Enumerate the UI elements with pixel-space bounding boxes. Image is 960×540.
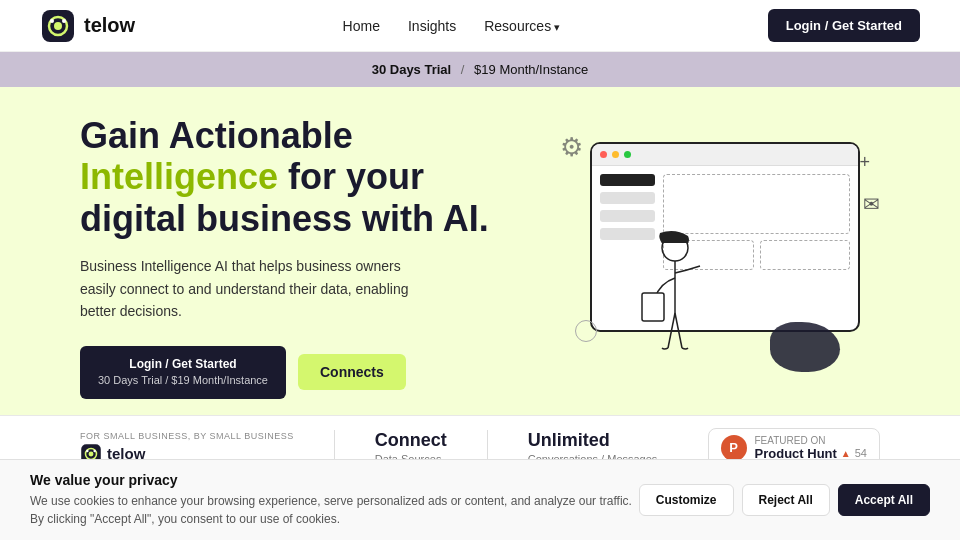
logo-icon <box>40 8 76 44</box>
hero-section: Gain Actionable Intelligence for your di… <box>0 87 960 415</box>
plus-icon: + <box>859 152 870 173</box>
svg-point-4 <box>62 19 66 23</box>
hero-cta-main: Login / Get Started <box>129 357 236 371</box>
hero-title: Gain Actionable Intelligence for your di… <box>80 115 500 239</box>
logo-text: telow <box>84 14 135 37</box>
dot-red <box>600 151 607 158</box>
hero-content: Gain Actionable Intelligence for your di… <box>80 115 500 399</box>
nav-home[interactable]: Home <box>343 18 380 34</box>
ph-arrow: ▲ <box>841 448 851 459</box>
illus-card-sm2 <box>760 240 851 270</box>
hero-title-highlight: Intelligence <box>80 156 278 197</box>
promo-banner: 30 Days Trial / $19 Month/Instance <box>0 52 960 87</box>
email-icon: ✉ <box>863 192 880 216</box>
sidebar-block-1 <box>600 174 655 186</box>
hero-cta-sub: 30 Days Trial / $19 Month/Instance <box>98 373 268 388</box>
browser-bar <box>592 144 858 166</box>
reject-all-button[interactable]: Reject All <box>742 484 830 516</box>
sidebar-block-3 <box>600 210 655 222</box>
dot-green <box>624 151 631 158</box>
unlimited-value: Unlimited <box>528 430 658 451</box>
circle-decoration <box>575 320 597 342</box>
ph-score: 54 <box>855 447 867 459</box>
banner-sep: / <box>461 62 465 77</box>
ph-info: FEATURED ON Product Hunt ▲ 54 <box>755 435 867 461</box>
login-button[interactable]: Login / Get Started <box>768 9 920 42</box>
svg-line-8 <box>668 313 675 348</box>
navbar: telow Home Insights Resources Login / Ge… <box>0 0 960 52</box>
ph-icon: P <box>721 435 747 461</box>
hero-title-part1: Gain Actionable <box>80 115 353 156</box>
illus-row-1 <box>663 174 850 234</box>
svg-point-3 <box>50 19 54 23</box>
hero-subtitle: Business Intelligence AI that helps busi… <box>80 255 440 322</box>
svg-point-12 <box>89 451 94 456</box>
trial-label: 30 Days Trial <box>372 62 452 77</box>
svg-point-13 <box>86 449 88 451</box>
accept-all-button[interactable]: Accept All <box>838 484 930 516</box>
nav-resources[interactable]: Resources <box>484 18 560 34</box>
svg-point-2 <box>54 22 62 30</box>
svg-line-9 <box>675 313 682 348</box>
cookie-buttons: Customize Reject All Accept All <box>639 484 930 516</box>
person-illustration <box>620 228 710 372</box>
nav-insights[interactable]: Insights <box>408 18 456 34</box>
dot-yellow <box>612 151 619 158</box>
hero-buttons: Login / Get Started 30 Days Trial / $19 … <box>80 346 500 398</box>
sidebar-block-2 <box>600 192 655 204</box>
svg-rect-7 <box>642 293 664 321</box>
cookie-text: We use cookies to enhance your browsing … <box>30 492 639 528</box>
customize-button[interactable]: Customize <box>639 484 734 516</box>
svg-point-14 <box>93 449 95 451</box>
logo[interactable]: telow <box>40 8 135 44</box>
nav-links: Home Insights Resources <box>343 18 561 34</box>
gear-decoration: ⚙ <box>560 132 583 163</box>
cookie-title: We value your privacy <box>30 472 639 488</box>
ph-featured-label: FEATURED ON <box>755 435 867 446</box>
for-small-label: FOR SMALL BUSINESS, BY SMALL BUSINESS <box>80 431 294 441</box>
cookie-content: We value your privacy We use cookies to … <box>30 472 639 528</box>
illus-card-main <box>663 174 850 234</box>
connect-value: Connect <box>375 430 447 451</box>
hero-illustration: + ✉ <box>570 142 880 372</box>
hero-connects-button[interactable]: Connects <box>298 354 406 390</box>
hero-cta-button[interactable]: Login / Get Started 30 Days Trial / $19 … <box>80 346 286 398</box>
cookie-banner: We value your privacy We use cookies to … <box>0 459 960 540</box>
price-label: $19 Month/Instance <box>474 62 588 77</box>
